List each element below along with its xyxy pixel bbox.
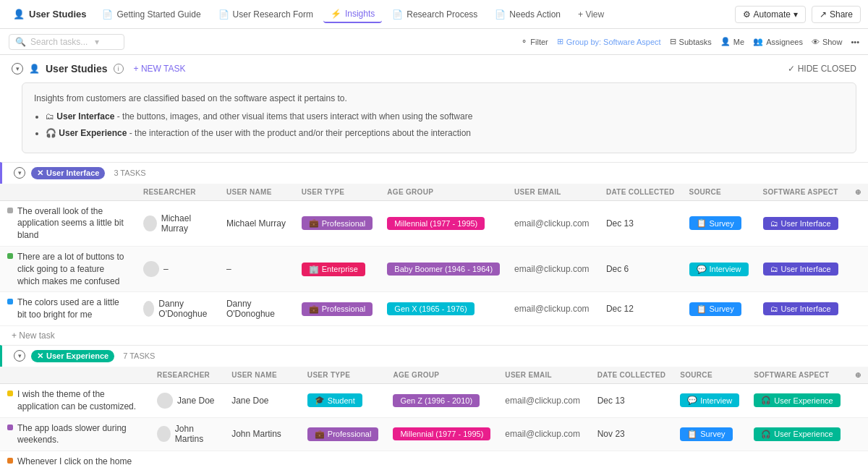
show-button[interactable]: 👁 Show xyxy=(812,38,843,46)
task-text[interactable]: The overall look of the application seem… xyxy=(17,205,129,242)
agegroup-cell: Gen Z (1996 - 2010) xyxy=(386,383,498,417)
source-badge[interactable]: 📋 Survey xyxy=(689,302,741,316)
avatar xyxy=(143,216,157,231)
assignees-button[interactable]: 👥 Assignees xyxy=(753,37,803,46)
agegroup-cell: Millennial (1977 - 1995) xyxy=(386,417,498,451)
filter-button[interactable]: ⚬ Filter xyxy=(521,37,548,46)
source-badge[interactable]: 💬 Interview xyxy=(689,263,749,276)
usertype-badge[interactable]: 🏢 Enterprise xyxy=(302,263,365,276)
email-value: email@clickup.com xyxy=(514,264,590,274)
th-agegroup: AGE GROUP xyxy=(380,184,507,201)
collapse-ui-button[interactable]: ▾ xyxy=(14,167,25,179)
task-text[interactable]: Whenever I click on the home page button… xyxy=(17,456,142,465)
task-text[interactable]: The app loads slower during weekends. xyxy=(17,422,142,447)
aspect-label: User Experience xyxy=(774,396,833,405)
automate-button[interactable]: ⚙ Automate ▾ xyxy=(735,6,806,23)
source-icon: 📋 xyxy=(687,430,697,439)
email-cell: email@clickup.com xyxy=(507,200,599,246)
search-input[interactable]: 🔍 Search tasks... ▾ xyxy=(9,34,124,50)
usertype-badge[interactable]: 💼 Professional xyxy=(307,427,379,441)
ui-table-body: The overall look of the application seem… xyxy=(0,200,868,325)
task-text[interactable]: The colors used are a little bit too bri… xyxy=(17,297,129,321)
agegroup-cell: Gen X (1965 - 1976) xyxy=(380,292,507,326)
task-text[interactable]: There are a lot of buttons to click goin… xyxy=(17,251,129,287)
th-task xyxy=(0,184,136,201)
username-cell: John Martins xyxy=(224,417,300,451)
researcher-cell: Jane Doe xyxy=(150,383,224,417)
add-ui-task-button[interactable]: + New task xyxy=(0,326,868,345)
source-icon: 📋 xyxy=(697,218,707,228)
more-options-button[interactable]: ••• xyxy=(851,38,859,46)
info-intro: Insights from customers are classified b… xyxy=(34,92,844,106)
email-cell: email@clickup.com xyxy=(498,383,590,417)
tab-user-research-form[interactable]: 📄 User Research Form xyxy=(211,7,320,22)
aspect-label: User Interface xyxy=(781,265,831,273)
usertype-badge[interactable]: 💼 Professional xyxy=(302,302,373,316)
table-row: Whenever I click on the home page button… xyxy=(0,451,868,465)
add-view-button[interactable]: + View xyxy=(571,7,611,22)
date-cell: Dec 6 xyxy=(599,246,682,291)
researcher-name: – xyxy=(163,264,169,274)
aspect-badge[interactable]: 🎧 User Experience xyxy=(754,427,840,441)
aspect-badge[interactable]: 🗂 User Interface xyxy=(763,263,838,276)
add-col-icon[interactable]: ⊕ xyxy=(855,371,861,379)
usertype-badge[interactable]: 💼 Professional xyxy=(302,216,373,230)
ux-desc: - the interaction of the user with the p… xyxy=(127,128,471,138)
agegroup-cell: Gen Z (1996 - 2010) xyxy=(386,451,498,465)
aspect-badge[interactable]: 🎧 User Experience xyxy=(754,393,840,407)
source-badge[interactable]: 📋 Survey xyxy=(680,427,732,441)
source-badge[interactable]: 📋 Survey xyxy=(689,216,741,230)
th-date: DATE COLLECTED xyxy=(590,367,673,384)
th-researcher: RESEARCHER xyxy=(136,184,219,201)
tab-getting-started[interactable]: 📄 Getting Started Guide xyxy=(95,7,208,22)
group-icon: ⊞ xyxy=(557,37,563,46)
tab-insights[interactable]: ⚡ Insights xyxy=(323,6,382,23)
agegroup-badge[interactable]: Millennial (1977 - 1995) xyxy=(387,217,485,230)
group-ui: ▾ ✕ User Interface 3 TASKS RESEARCHER US… xyxy=(0,162,868,345)
date-cell: Dec 13 xyxy=(590,383,673,417)
usertype-badge[interactable]: 🎓 Student xyxy=(307,393,362,407)
aspect-badge[interactable]: 🗂 User Interface xyxy=(763,302,838,315)
group-by-button[interactable]: ⊞ Group by: Software Aspect xyxy=(557,37,661,46)
email-value: email@clickup.com xyxy=(514,304,590,314)
task-text[interactable]: I wish the theme of the application can … xyxy=(17,388,142,413)
share-button[interactable]: ↗ Share xyxy=(812,6,861,23)
usertype-label: Student xyxy=(328,396,355,405)
usertype-label: Professional xyxy=(322,304,366,313)
new-task-button[interactable]: + NEW TASK xyxy=(129,62,190,75)
subtasks-button[interactable]: ⊟ Subtasks xyxy=(670,37,712,46)
ui-icon: 🗂 xyxy=(46,111,56,121)
hide-closed-button[interactable]: ✓ HIDE CLOSED xyxy=(788,64,856,74)
task-cell: The overall look of the application seem… xyxy=(0,200,136,246)
agegroup-badge[interactable]: Baby Boomer (1946 - 1964) xyxy=(387,263,500,276)
aspect-label: User Interface xyxy=(781,304,831,313)
ux-icon: 🎧 xyxy=(46,128,59,138)
aspect-badge[interactable]: 🗂 User Interface xyxy=(763,217,838,230)
ui-tag-label: User Interface xyxy=(46,168,99,177)
info-icon: i xyxy=(114,64,124,74)
username-value: John Martins xyxy=(231,429,281,439)
th-source: SOURCE xyxy=(673,367,746,384)
source-badge[interactable]: 💬 Interview xyxy=(680,393,739,407)
user-studies-icon: 👤 xyxy=(29,64,40,74)
agegroup-badge[interactable]: Millennial (1977 - 1995) xyxy=(393,427,490,440)
source-label: Interview xyxy=(700,396,732,405)
th-email: USER EMAIL xyxy=(507,184,599,201)
me-icon: 👤 xyxy=(720,37,731,46)
source-cell: 💬 Interview xyxy=(682,246,756,291)
th-usertype: USER TYPE xyxy=(300,367,386,384)
agegroup-badge[interactable]: Gen Z (1996 - 2010) xyxy=(393,394,480,407)
tab-needs-action[interactable]: 📄 Needs Action xyxy=(488,7,568,22)
collapse-button[interactable]: ▾ xyxy=(12,63,23,74)
me-button[interactable]: 👤 Me xyxy=(720,37,744,46)
toolbar-right: ⚬ Filter ⊞ Group by: Software Aspect ⊟ S… xyxy=(521,37,859,46)
agegroup-badge[interactable]: Gen X (1965 - 1976) xyxy=(387,302,474,315)
info-list: 🗂 User Interface - the buttons, images, … xyxy=(34,110,844,140)
filter-icon: ⚬ xyxy=(521,37,527,46)
task-status-dot xyxy=(7,253,13,259)
email-cell: email@clickup.com xyxy=(507,292,599,326)
email-value: email@clickup.com xyxy=(505,396,580,406)
add-col-icon[interactable]: ⊕ xyxy=(855,188,861,196)
collapse-ux-button[interactable]: ▾ xyxy=(14,350,25,362)
tab-research-process[interactable]: 📄 Research Process xyxy=(385,7,485,22)
